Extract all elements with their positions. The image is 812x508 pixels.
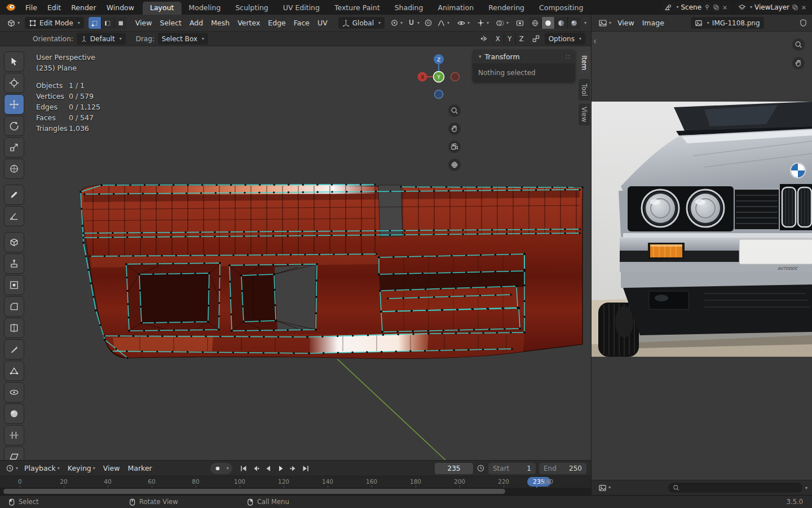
blender-logo-icon[interactable] <box>0 3 20 11</box>
gizmo-negx-ball[interactable] <box>451 73 460 81</box>
scrollbar-thumb[interactable] <box>3 489 505 494</box>
tool-inset[interactable] <box>5 275 24 295</box>
tool-shear[interactable] <box>5 447 24 460</box>
scene-selector[interactable]: ▾ Scene <box>661 2 731 13</box>
viewport-menu-uv[interactable]: UV <box>314 15 332 32</box>
close-icon[interactable] <box>801 5 807 11</box>
proportional-edit-button[interactable] <box>422 17 435 29</box>
workspace-tab-shading[interactable]: Shading <box>387 2 431 15</box>
options-dropdown[interactable]: Options ▾ <box>545 33 585 45</box>
timeline-scrollbar[interactable] <box>0 488 591 495</box>
material-shading-button[interactable] <box>555 17 567 29</box>
sidebar-tab-view[interactable]: View <box>579 104 590 125</box>
timeline-menu-view[interactable]: View <box>99 460 124 477</box>
viewport-3d[interactable]: User Perspective (235) Plane Objects1 / … <box>0 46 591 460</box>
tool-annotate[interactable] <box>5 185 24 204</box>
tool-edge-slide[interactable] <box>5 426 24 445</box>
mirror-axis-x[interactable]: X <box>492 33 504 45</box>
viewport-menu-face[interactable]: Face <box>290 15 314 32</box>
orientation-default-dropdown[interactable]: Default ▾ <box>77 33 126 45</box>
pivot-point-button[interactable]: ▾ <box>388 17 405 29</box>
workspace-tab-layout[interactable]: Layout <box>143 2 182 15</box>
workspace-tab-animation[interactable]: Animation <box>430 2 481 15</box>
mirror-axis-y[interactable]: Y <box>504 33 515 45</box>
previous-keyframe-button[interactable] <box>250 463 262 474</box>
next-keyframe-button[interactable] <box>288 463 299 474</box>
menu-window[interactable]: Window <box>102 1 139 15</box>
viewport-menu-vertex[interactable]: Vertex <box>233 15 264 32</box>
camera-view-button[interactable] <box>448 141 461 153</box>
editor-type-button[interactable]: ▾ <box>5 17 22 29</box>
panel-grip-icon[interactable]: ∷ <box>566 52 571 61</box>
viewlayer-selector[interactable]: ▾ ViewLayer <box>735 2 810 13</box>
workspace-tab-uv-editing[interactable]: UV Editing <box>276 2 327 15</box>
viewport-menu-edge[interactable]: Edge <box>264 15 289 32</box>
face-select-button[interactable] <box>114 17 127 29</box>
tool-rotate[interactable] <box>5 116 24 135</box>
image-selector[interactable]: ▾ IMG-1108.png <box>691 17 764 29</box>
tool-extrude[interactable] <box>5 254 24 273</box>
end-frame-field[interactable]: End 250 <box>539 463 586 474</box>
close-icon[interactable] <box>722 5 728 11</box>
viewport-menu-select[interactable]: Select <box>156 15 186 32</box>
pan-viewport-button[interactable] <box>448 122 461 135</box>
mirror-axis-z[interactable]: Z <box>516 33 527 45</box>
overlays-button[interactable]: ▾ <box>493 17 511 29</box>
mirror-icon[interactable] <box>479 34 488 43</box>
timeline-ruler[interactable]: 235 020406080100120140160180200220240 <box>0 476 591 488</box>
duplicate-icon[interactable] <box>713 4 720 11</box>
editor-type-button[interactable]: ▾ <box>596 17 614 29</box>
tool-knife[interactable] <box>5 340 24 359</box>
workspace-tab-rendering[interactable]: Rendering <box>481 2 532 15</box>
viewport-menu-mesh[interactable]: Mesh <box>207 15 233 32</box>
menu-edit[interactable]: Edit <box>42 1 66 15</box>
region-expand-icon[interactable]: ‹ <box>593 36 597 46</box>
workspace-tab-texture-paint[interactable]: Texture Paint <box>327 2 387 15</box>
tool-spin[interactable] <box>5 383 24 402</box>
viewport-menu-add[interactable]: Add <box>186 15 207 32</box>
zoom-image-button[interactable] <box>792 38 805 51</box>
tool-cursor[interactable] <box>5 73 24 93</box>
tool-transform[interactable] <box>5 159 24 178</box>
search-field[interactable] <box>668 483 802 493</box>
timeline-menu-keying[interactable]: Keying▾ <box>64 460 99 477</box>
jump-to-start-button[interactable] <box>238 463 249 474</box>
image-menu-image[interactable]: Image <box>638 15 668 32</box>
tool-add-cube[interactable] <box>5 233 24 252</box>
timeline-menu-marker[interactable]: Marker <box>124 460 156 477</box>
snap-project-icon[interactable] <box>532 34 540 43</box>
vertex-select-button[interactable] <box>89 17 101 29</box>
image-menu-view[interactable]: View <box>614 15 638 32</box>
viewport-menu-view[interactable]: View <box>131 15 156 32</box>
gizmos-button[interactable]: ▾ <box>474 17 491 29</box>
start-frame-field[interactable]: Start 1 <box>488 463 536 474</box>
play-reverse-button[interactable] <box>263 463 274 474</box>
auto-keying-button[interactable]: ▾ <box>210 463 232 474</box>
transform-panel-header[interactable]: ▾ Transform ∷ <box>473 50 575 63</box>
workspace-tab-compositing[interactable]: Compositing <box>532 2 588 15</box>
timeline-menu-playback[interactable]: Playback▾ <box>20 460 64 477</box>
navigation-gizmo[interactable]: Z X Y <box>411 49 467 105</box>
gizmo-negz-ball[interactable] <box>435 90 443 99</box>
duplicate-icon[interactable] <box>792 4 798 11</box>
tool-measure[interactable] <box>5 207 24 226</box>
image-editor[interactable]: ‹ <box>591 32 812 480</box>
sidebar-tab-tool[interactable]: Tool <box>579 79 590 100</box>
rendered-shading-button[interactable] <box>568 17 580 29</box>
wireframe-shading-button[interactable] <box>529 17 541 29</box>
menu-render[interactable]: Render <box>66 1 102 15</box>
menu-file[interactable]: File <box>20 1 42 15</box>
tool-select-box[interactable] <box>5 52 24 71</box>
mode-selector[interactable]: Edit Mode ▾ <box>25 17 84 29</box>
solid-shading-button[interactable] <box>542 17 554 29</box>
tool-loop-cut[interactable] <box>5 318 24 338</box>
tool-move[interactable] <box>5 95 24 114</box>
sidebar-tab-item[interactable]: Item <box>579 52 590 73</box>
pin-icon[interactable] <box>704 4 710 11</box>
tool-poly-build[interactable] <box>5 361 24 380</box>
drag-mode-dropdown[interactable]: Select Box ▾ <box>158 33 208 45</box>
jump-to-end-button[interactable] <box>300 463 311 474</box>
xray-toggle-button[interactable] <box>513 17 527 29</box>
tool-smooth[interactable] <box>5 404 24 423</box>
snap-button[interactable]: ▾ <box>405 17 422 29</box>
